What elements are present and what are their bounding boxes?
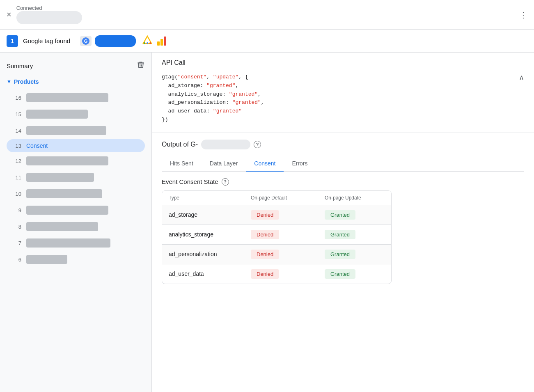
- connected-label: Connected: [16, 5, 82, 11]
- code-analytics-key: analytics_storage:: [162, 91, 229, 97]
- gtag-icon: G: [80, 36, 92, 46]
- tab-data-layer[interactable]: Data Layer: [202, 156, 246, 172]
- close-button[interactable]: ×: [7, 10, 11, 19]
- code-user-data-key: ad_user_data:: [162, 108, 213, 114]
- denied-badge: Denied: [251, 230, 279, 239]
- list-item[interactable]: 8: [7, 219, 145, 234]
- list-item[interactable]: 16: [7, 90, 145, 105]
- tag-found-text: Google tag found: [23, 37, 70, 44]
- item-label: Consent: [26, 142, 48, 149]
- list-item[interactable]: 6: [7, 252, 145, 267]
- svg-point-3: [147, 42, 148, 44]
- content-area: API Call ∧ gtag("consent", "update", { a…: [152, 53, 534, 392]
- list-item-consent[interactable]: 13 Consent: [7, 139, 145, 152]
- item-number: 15: [13, 111, 21, 117]
- item-number: 13: [13, 143, 21, 149]
- code-granted-4: "granted": [213, 108, 242, 114]
- denied-badge: Denied: [251, 250, 279, 259]
- denied-badge: Denied: [251, 269, 279, 279]
- analytics-bar-1: [157, 41, 160, 46]
- row-type: ad_personalization: [169, 251, 251, 257]
- list-item[interactable]: 9: [7, 202, 145, 218]
- item-number: 16: [13, 95, 21, 101]
- collapse-button[interactable]: ∧: [519, 73, 524, 82]
- top-bar-left: × Connected: [7, 5, 82, 24]
- delete-icon[interactable]: [137, 61, 145, 71]
- code-personalization-key: ad_personalization:: [162, 99, 232, 105]
- output-tabs: Hits Sent Data Layer Consent Errors: [162, 156, 524, 172]
- list-item[interactable]: 11: [7, 170, 145, 185]
- top-bar-info: Connected: [16, 5, 82, 24]
- granted-badge: Granted: [325, 210, 355, 220]
- item-bar: [26, 110, 88, 119]
- products-header[interactable]: ▼ Products: [3, 76, 148, 87]
- help-icon[interactable]: ?: [254, 141, 261, 148]
- item-bar: [26, 173, 94, 182]
- code-comma-2: ,: [258, 91, 261, 97]
- list-item[interactable]: 12: [7, 153, 145, 169]
- code-comma-1: ,: [235, 83, 238, 89]
- code-ad-storage-key: ad_storage:: [162, 83, 206, 89]
- list-item[interactable]: 7: [7, 235, 145, 251]
- code-close: }): [162, 117, 168, 123]
- code-block: ∧ gtag("consent", "update", { ad_storage…: [162, 73, 524, 124]
- main-layout: Summary ▼ Products 16: [0, 53, 534, 392]
- redacted-id-pill: [201, 140, 250, 149]
- item-bar: [26, 255, 67, 264]
- table-row: analytics_storage Denied Granted: [162, 225, 391, 244]
- code-consent-str: "consent": [178, 74, 206, 80]
- row-update: Granted: [325, 230, 392, 239]
- code-line-3: analytics_storage: "granted",: [162, 90, 524, 99]
- analytics-bar-3: [164, 37, 166, 46]
- item-bar: [26, 222, 98, 231]
- tag-icons: G: [80, 35, 166, 47]
- denied-badge: Denied: [251, 210, 279, 220]
- analytics-icon: [157, 37, 166, 46]
- granted-badge: Granted: [325, 250, 355, 259]
- item-bar: [26, 156, 108, 165]
- code-line-6: }): [162, 116, 524, 124]
- tag-badge: 1: [7, 35, 18, 47]
- row-default: Denied: [251, 250, 325, 259]
- code-granted-1: "granted": [206, 83, 235, 89]
- code-update-str: "update": [213, 74, 238, 80]
- col-type: Type: [169, 195, 251, 201]
- item-number: 10: [13, 191, 21, 197]
- table-row: ad_user_data Denied Granted: [162, 264, 391, 284]
- output-title: Output of G-: [162, 141, 198, 148]
- row-update: Granted: [325, 210, 392, 220]
- granted-badge: Granted: [325, 230, 355, 239]
- list-item[interactable]: 14: [7, 123, 145, 138]
- row-default: Denied: [251, 210, 325, 220]
- google-ads-icon: [142, 35, 152, 46]
- item-bar: [26, 238, 110, 248]
- gtag-svg: G: [82, 37, 90, 45]
- item-number: 9: [13, 207, 21, 213]
- list-item[interactable]: 15: [7, 106, 145, 122]
- products-label: Products: [14, 78, 39, 85]
- code-comma-3: ,: [261, 99, 264, 105]
- products-section: ▼ Products 16 15 14: [0, 76, 151, 270]
- consent-help-icon[interactable]: ?: [222, 178, 229, 186]
- code-line-5: ad_user_data: "granted": [162, 107, 524, 116]
- tab-hits-sent[interactable]: Hits Sent: [162, 156, 202, 172]
- code-granted-3: "granted": [232, 99, 261, 105]
- consent-state-header: Event Consent State ?: [162, 178, 524, 186]
- item-bar: [26, 206, 108, 215]
- consent-state-label: Event Consent State: [162, 178, 218, 185]
- tab-errors[interactable]: Errors: [284, 156, 316, 172]
- table-row: ad_storage Denied Granted: [162, 205, 391, 225]
- svg-text:G: G: [84, 39, 88, 44]
- analytics-bar-2: [160, 39, 163, 46]
- code-line-1: gtag("consent", "update", {: [162, 73, 524, 82]
- svg-point-4: [144, 42, 145, 44]
- tab-consent[interactable]: Consent: [246, 156, 284, 172]
- list-item[interactable]: 10: [7, 186, 145, 202]
- item-number: 12: [13, 158, 21, 164]
- code-gtag: gtag(: [162, 74, 178, 80]
- three-dots-button[interactable]: ⋮: [519, 10, 527, 20]
- item-bar: [26, 93, 108, 102]
- tag-bar: 1 Google tag found G: [0, 30, 534, 53]
- code-line-2: ad_storage: "granted",: [162, 82, 524, 90]
- item-bar: [26, 126, 106, 135]
